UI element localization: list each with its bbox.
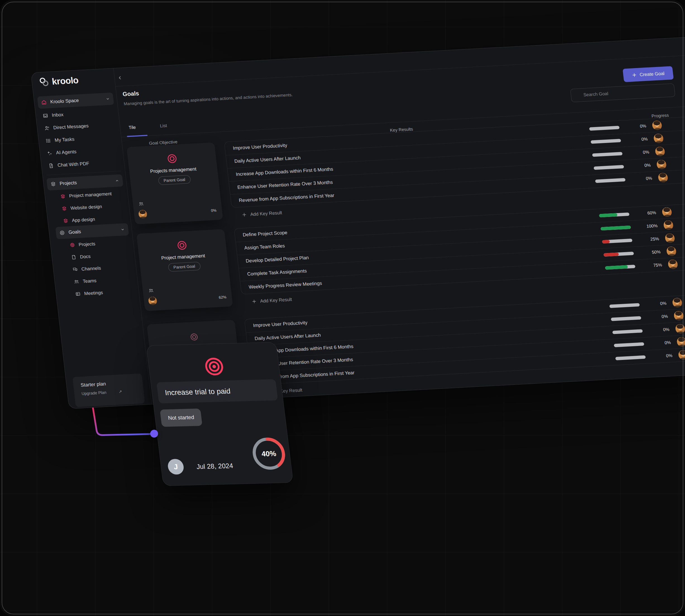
progress-percent: 100% <box>639 223 658 229</box>
tab-list[interactable]: List <box>160 123 167 129</box>
create-goal-button[interactable]: Create Goal <box>622 66 673 82</box>
sidebar-item-label: Projects <box>59 180 77 186</box>
kroolo-logo-icon <box>38 76 50 88</box>
sidebar-item-label: AI Agents <box>56 149 77 156</box>
assignee-avatar[interactable] <box>652 120 662 130</box>
goal-progress-percent: 0% <box>211 208 217 213</box>
page-title: Goals <box>122 90 139 97</box>
search-goal-input[interactable]: Search Goal <box>570 84 676 103</box>
sidebar-item-label: Docs <box>80 254 91 259</box>
goal-group-1: Projects management Parent Goal 0% Impro… <box>127 116 685 147</box>
progress-percent: 0% <box>649 314 668 320</box>
upgrade-plan-link[interactable]: Upgrade Plan ↗ <box>81 388 143 396</box>
checklist-icon <box>45 138 51 144</box>
create-goal-label: Create Goal <box>639 71 665 78</box>
progress-bar-fill <box>603 252 619 257</box>
progress-bar <box>599 212 629 217</box>
progress-bar <box>594 165 624 170</box>
assignee-avatar[interactable] <box>656 159 667 170</box>
add-key-result-button[interactable]: Add Key Result <box>251 297 292 304</box>
progress-percent: 0% <box>633 176 652 181</box>
goal-owner-avatar[interactable] <box>148 296 157 305</box>
sidebar-item-label: Channels <box>81 265 102 272</box>
progress-percent: 75% <box>643 263 662 268</box>
plan-box: Starter plan Upgrade Plan ↗ <box>72 373 145 407</box>
progress-percent: 0% <box>652 340 671 346</box>
progress-bar <box>614 342 644 347</box>
progress-bar <box>609 303 640 308</box>
page-subtitle: Managing goals is the art of turning asp… <box>124 92 293 106</box>
assignee-avatar[interactable] <box>672 298 683 308</box>
assignee-avatar[interactable] <box>658 173 668 183</box>
chat-bubbles-icon <box>72 266 78 272</box>
chevron-left-icon <box>117 75 123 81</box>
progress-bar <box>615 355 646 360</box>
meeting-icon <box>75 291 81 296</box>
parent-goal-badge: Parent Goal <box>168 262 201 272</box>
sidebar-item-label: Kroolo Space <box>50 98 79 105</box>
progress-percent: 25% <box>640 236 659 242</box>
add-key-result-label: Add Key Result <box>250 210 282 217</box>
progress-percent: 0% <box>631 150 649 156</box>
assignee-avatar[interactable] <box>676 337 685 347</box>
assignee-avatar[interactable] <box>663 220 674 230</box>
assignee-avatar[interactable] <box>655 147 665 157</box>
parent-goal-badge: Parent Goal <box>158 175 191 185</box>
sidebar-item-label: Direct Messages <box>53 123 89 131</box>
progress-bar <box>612 329 643 334</box>
goal-progress-percent: 62% <box>219 295 227 299</box>
sidebar-item-label: Goals <box>68 229 81 235</box>
kroolo-logo: kroolo <box>38 75 79 87</box>
sidebar-collapse-button[interactable] <box>116 74 124 82</box>
chevron-up-icon <box>114 178 119 183</box>
assignee-avatar[interactable] <box>666 246 677 256</box>
chevron-down-icon <box>105 96 110 101</box>
goal-owner-avatar[interactable] <box>138 210 148 218</box>
popup-status-badge[interactable]: Not started <box>160 409 202 427</box>
app-window: kroolo Kroolo Space Inbox Direct Message… <box>31 34 685 409</box>
topbar-divider <box>116 52 685 86</box>
assignee-avatar[interactable] <box>675 324 685 334</box>
sidebar-section-divider <box>47 171 121 175</box>
progress-bar <box>603 251 634 257</box>
sidebar-item-label: App design <box>72 216 95 223</box>
add-key-result-button[interactable]: Add Key Result <box>242 210 282 218</box>
key-results-box: Improve User Productivity 0% Daily Activ… <box>224 116 685 208</box>
progress-percent: 0% <box>654 353 673 359</box>
key-results-box: Define Project Scope 60% Assign Team Rol… <box>234 203 685 294</box>
assignee-avatar[interactable] <box>662 207 672 217</box>
goal-card[interactable]: Project management Parent Goal 62% <box>136 229 233 311</box>
progress-bar-fill <box>605 265 628 269</box>
sidebar-item-label: Meetings <box>84 290 103 296</box>
popup-goal-title[interactable]: Increase trial to paid <box>156 379 278 403</box>
sidebar-item-label: Teams <box>83 278 97 284</box>
progress-bar <box>605 265 635 270</box>
tab-tile[interactable]: Tile <box>129 125 136 130</box>
assignee-avatar[interactable] <box>673 311 684 321</box>
layers-pink-icon <box>60 193 66 199</box>
popup-progress-ring: 40% <box>249 436 288 471</box>
assignee-avatar[interactable] <box>668 259 678 269</box>
goal-popup-card[interactable]: Increase trial to paid Not started J Jul… <box>146 342 293 486</box>
add-key-result-label: Add Key Result <box>260 297 292 304</box>
assignee-avatar[interactable] <box>678 350 685 360</box>
goal-card[interactable]: Projects management Parent Goal 0% <box>127 142 223 224</box>
sidebar-item-label: Project management <box>69 191 112 199</box>
assignee-avatar[interactable] <box>665 233 675 243</box>
progress-percent: 0% <box>651 327 670 333</box>
chevron-down-icon <box>120 227 125 232</box>
progress-bar-fill <box>599 213 617 217</box>
people-icon <box>74 279 80 284</box>
popup-owner-avatar[interactable]: J <box>167 459 184 475</box>
doc-icon <box>71 255 77 260</box>
key-results-box: Improve User Productivity 0% Daily Activ… <box>244 294 685 385</box>
progress-bar <box>602 239 633 243</box>
layers-pink-icon <box>62 205 67 211</box>
progress-bar <box>589 126 620 131</box>
progress-bar <box>591 139 621 144</box>
assignee-avatar[interactable] <box>653 133 664 144</box>
progress-bar <box>611 316 641 321</box>
plan-title: Starter plan <box>81 379 143 388</box>
sidebar-item-label: My Tasks <box>54 136 75 143</box>
inbox-icon <box>42 113 49 119</box>
